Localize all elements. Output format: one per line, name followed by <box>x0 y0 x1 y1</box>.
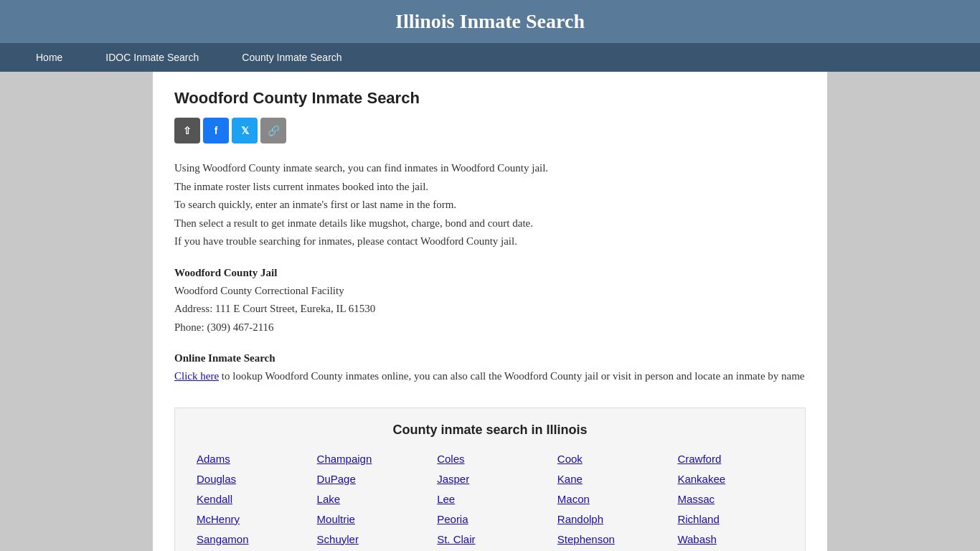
facebook-button[interactable]: f <box>203 118 229 143</box>
county-link-champaign[interactable]: Champaign <box>317 453 372 465</box>
county-link-st--clair[interactable]: St. Clair <box>437 533 475 545</box>
county-link-massac[interactable]: Massac <box>677 493 715 505</box>
county-grid-title: County inmate search in Illinois <box>189 423 791 438</box>
county-link-douglas[interactable]: Douglas <box>197 473 236 485</box>
county-cell: Crawford <box>670 449 791 469</box>
county-link-schuyler[interactable]: Schuyler <box>317 533 359 545</box>
county-link-kane[interactable]: Kane <box>557 473 583 485</box>
desc-line-1: Using Woodford County inmate search, you… <box>174 159 806 178</box>
county-cell: Lee <box>430 489 550 509</box>
county-cell: McHenry <box>189 509 310 529</box>
description-section: Using Woodford County inmate search, you… <box>174 159 806 251</box>
county-cell: Douglas <box>189 469 310 489</box>
click-here-link[interactable]: Click here <box>174 370 219 382</box>
county-link-stephenson[interactable]: Stephenson <box>557 533 615 545</box>
county-cell: Kane <box>550 469 671 489</box>
county-cell: Stephenson <box>550 529 671 550</box>
page-heading: Woodford County Inmate Search <box>174 89 806 108</box>
county-cell: Richland <box>670 509 791 529</box>
county-cell: Peoria <box>430 509 550 529</box>
county-cell: Massac <box>670 489 791 509</box>
county-cell: Wabash <box>670 529 791 550</box>
jail-info: Woodford County Jail Woodford County Cor… <box>174 267 806 337</box>
online-search-text: Click here to lookup Woodford County inm… <box>174 367 806 386</box>
county-link-lee[interactable]: Lee <box>437 493 455 505</box>
county-link-macon[interactable]: Macon <box>557 493 590 505</box>
county-link-kankakee[interactable]: Kankakee <box>677 473 725 485</box>
content-area: Woodford County Inmate Search ⇧ f 𝕏 🔗 Us… <box>153 72 827 551</box>
jail-address: Address: 111 E Court Street, Eureka, IL … <box>174 300 806 319</box>
county-cell: Cook <box>550 449 671 469</box>
county-cell: Schuyler <box>310 529 430 550</box>
jail-title: Woodford County Jail <box>174 267 806 279</box>
county-cell: Lake <box>310 489 430 509</box>
twitter-button[interactable]: 𝕏 <box>232 118 258 143</box>
desc-line-5: If you have trouble searching for inmate… <box>174 232 806 251</box>
county-link-wabash[interactable]: Wabash <box>677 533 716 545</box>
county-cell: Adams <box>189 449 310 469</box>
main-nav: Home IDOC Inmate Search County Inmate Se… <box>0 43 980 72</box>
county-cell: Kendall <box>189 489 310 509</box>
county-cell: Moultrie <box>310 509 430 529</box>
site-title: Illinois Inmate Search <box>14 10 966 33</box>
county-link-cook[interactable]: Cook <box>557 453 583 465</box>
share-buttons: ⇧ f 𝕏 🔗 <box>174 118 806 143</box>
county-link-adams[interactable]: Adams <box>197 453 230 465</box>
county-link-peoria[interactable]: Peoria <box>437 513 468 525</box>
county-link-coles[interactable]: Coles <box>437 453 464 465</box>
county-cell: Kankakee <box>670 469 791 489</box>
county-grid-section: County inmate search in Illinois AdamsCh… <box>174 408 806 552</box>
county-cell: Macon <box>550 489 671 509</box>
county-link-kendall[interactable]: Kendall <box>197 493 232 505</box>
nav-county[interactable]: County Inmate Search <box>220 43 363 72</box>
desc-line-2: The inmate roster lists current inmates … <box>174 178 806 197</box>
copy-link-button[interactable]: 🔗 <box>260 118 286 143</box>
county-link-mchenry[interactable]: McHenry <box>197 513 240 525</box>
desc-line-3: To search quickly, enter an inmate's fir… <box>174 196 806 215</box>
county-cell: Champaign <box>310 449 430 469</box>
nav-idoc[interactable]: IDOC Inmate Search <box>84 43 220 72</box>
county-link-jasper[interactable]: Jasper <box>437 473 469 485</box>
county-cell: Sangamon <box>189 529 310 550</box>
county-link-moultrie[interactable]: Moultrie <box>317 513 355 525</box>
jail-facility: Woodford County Correctional Facility <box>174 282 806 301</box>
county-cell: Jasper <box>430 469 550 489</box>
online-search-after-text: to lookup Woodford County inmates online… <box>222 370 805 382</box>
county-link-dupage[interactable]: DuPage <box>317 473 356 485</box>
site-header: Illinois Inmate Search <box>0 0 980 43</box>
county-cell: Coles <box>430 449 550 469</box>
county-grid: AdamsChampaignColesCookCrawfordDouglasDu… <box>189 449 791 550</box>
county-link-sangamon[interactable]: Sangamon <box>197 533 249 545</box>
online-search-title: Online Inmate Search <box>174 352 806 364</box>
county-link-richland[interactable]: Richland <box>677 513 719 525</box>
online-search-section: Online Inmate Search Click here to looku… <box>174 352 806 386</box>
county-cell: DuPage <box>310 469 430 489</box>
jail-phone: Phone: (309) 467-2116 <box>174 319 806 337</box>
desc-line-4: Then select a result to get inmate detai… <box>174 215 806 233</box>
share-button[interactable]: ⇧ <box>174 118 200 143</box>
nav-home[interactable]: Home <box>14 43 84 72</box>
county-cell: St. Clair <box>430 529 550 550</box>
county-link-randolph[interactable]: Randolph <box>557 513 603 525</box>
county-cell: Randolph <box>550 509 671 529</box>
county-link-lake[interactable]: Lake <box>317 493 341 505</box>
county-link-crawford[interactable]: Crawford <box>677 453 721 465</box>
